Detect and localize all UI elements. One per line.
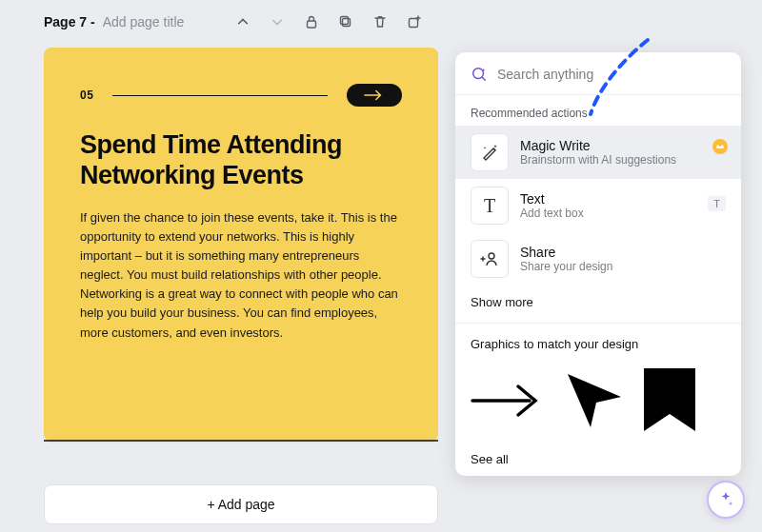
search-bar[interactable] [455,52,741,95]
recommended-header: Recommended actions [455,95,741,126]
graphic-cursor-icon[interactable] [558,365,631,437]
page-toolbar: Page 7 - Add page title [0,0,762,38]
action-title: Share [520,245,612,260]
trash-icon[interactable] [371,13,389,30]
page-title-input[interactable]: Add page title [103,14,185,30]
action-text[interactable]: T Text Add text box T [455,179,741,232]
graphic-arrow-icon[interactable] [471,377,549,424]
action-title: Text [520,191,584,207]
svg-rect-2 [341,17,349,25]
action-magic-write[interactable]: Magic Write Brainstorm with AI suggestio… [455,126,741,179]
slide-bottom-border [44,440,438,442]
search-input[interactable] [497,67,726,82]
assistant-fab[interactable] [707,481,745,519]
slide-body-text[interactable]: If given the chance to join these events… [80,208,402,343]
page-number-label: Page 7 - [44,14,95,30]
arrow-pill-icon [347,84,402,107]
action-share[interactable]: Share Share your design [455,232,741,286]
add-page-button[interactable]: + Add page [44,484,438,524]
action-title: Magic Write [520,138,676,153]
duplicate-icon[interactable] [337,13,354,30]
shortcut-badge: T [708,196,726,211]
chevron-up-icon[interactable] [234,13,251,30]
magic-wand-icon [471,133,509,171]
slide-divider-line [112,95,328,96]
svg-point-4 [473,69,484,79]
toolbar-icon-group [234,13,423,30]
slide-canvas[interactable]: 05 Spend Time Attending Networking Event… [44,48,438,442]
text-icon: T [471,187,509,225]
new-page-icon[interactable] [406,13,423,30]
svg-rect-0 [308,21,316,28]
slide-header-row: 05 [80,84,402,107]
slide-number: 05 [80,89,93,102]
actions-panel: Recommended actions Magic Write Brainsto… [455,52,741,476]
graphics-row [455,359,741,443]
chevron-down-icon[interactable] [269,13,286,30]
share-people-icon [471,240,509,278]
action-subtitle: Share your design [520,260,612,273]
panel-divider [455,323,741,324]
graphic-bookmark-icon[interactable] [640,365,699,437]
magic-search-icon [471,66,488,83]
slide-title[interactable]: Spend Time Attending Networking Events [80,129,402,191]
action-subtitle: Add text box [520,207,584,220]
lock-icon[interactable] [303,13,320,30]
action-subtitle: Brainstorm with AI suggestions [520,153,676,167]
graphics-section-label: Graphics to match your design [455,327,741,359]
show-more-link[interactable]: Show more [455,286,741,319]
svg-rect-3 [410,19,418,28]
svg-rect-1 [343,19,351,27]
premium-crown-icon [712,139,728,154]
svg-point-5 [489,253,494,259]
see-all-link[interactable]: See all [455,443,741,476]
